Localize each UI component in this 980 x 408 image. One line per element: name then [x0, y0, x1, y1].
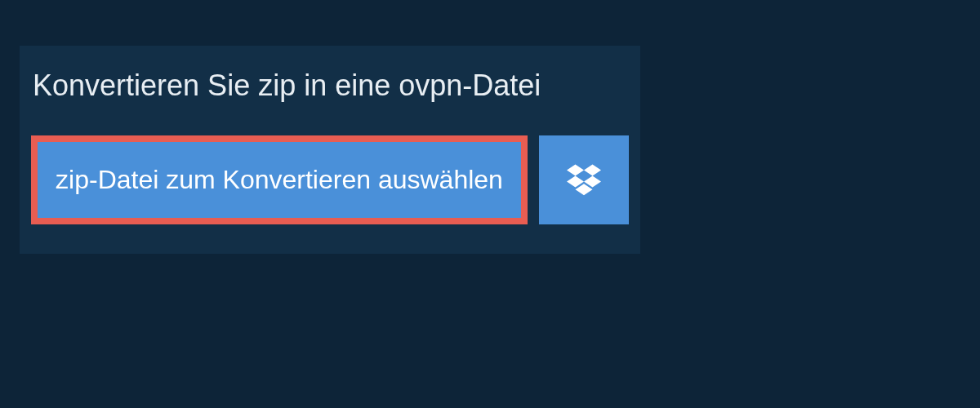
- dropbox-button[interactable]: [539, 135, 629, 224]
- choose-file-button[interactable]: zip-Datei zum Konvertieren auswählen: [38, 142, 521, 218]
- converter-panel: Konvertieren Sie zip in eine ovpn-Datei …: [20, 46, 640, 254]
- choose-file-highlight: zip-Datei zum Konvertieren auswählen: [31, 135, 528, 224]
- panel-heading: Konvertieren Sie zip in eine ovpn-Datei: [20, 46, 640, 135]
- dropbox-icon: [567, 162, 601, 198]
- button-row: zip-Datei zum Konvertieren auswählen: [20, 135, 640, 224]
